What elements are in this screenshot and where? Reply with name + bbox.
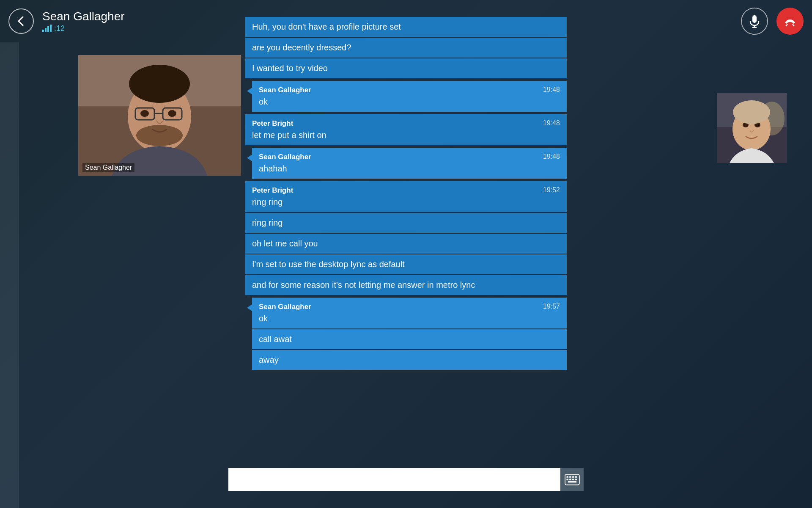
video-peter (717, 93, 787, 163)
end-call-button[interactable] (776, 8, 804, 35)
call-duration: :12 (54, 24, 65, 33)
message-text: ring ring (252, 218, 283, 227)
end-call-icon (783, 14, 797, 28)
contact-name: Sean Gallagher (42, 10, 741, 23)
msg-header: Peter Bright 19:48 (252, 119, 560, 128)
list-item: Peter Bright 19:52 ring ring (245, 181, 567, 212)
svg-rect-29 (572, 478, 574, 480)
list-item: Sean Gallagher 19:48 ok (252, 81, 567, 112)
svg-rect-23 (566, 476, 568, 478)
sender-name: Sean Gallagher (259, 303, 311, 311)
message-text: ok (259, 97, 268, 106)
sender-name: Peter Bright (252, 119, 293, 128)
message-text: are you decently dressed? (252, 43, 351, 52)
msg-header: Sean Gallagher 19:48 (259, 86, 560, 94)
list-item: and for some reason it's not letting me … (245, 275, 567, 295)
msg-header: Sean Gallagher 19:48 (259, 153, 560, 161)
svg-line-3 (786, 24, 787, 26)
contact-info: Sean Gallagher :12 (42, 10, 741, 33)
left-sidebar (0, 42, 19, 508)
msg-header: Sean Gallagher 19:57 (259, 303, 560, 311)
msg-group-sean-1948: Sean Gallagher 19:48 ok (245, 81, 567, 113)
message-text: I wanted to try video (252, 64, 328, 73)
msg-time: 19:48 (543, 119, 560, 128)
svg-rect-27 (566, 478, 568, 480)
list-item: Peter Bright 19:48 let me put a shirt on (245, 114, 567, 145)
sender-name: Sean Gallagher (259, 86, 311, 94)
msg-group-sean-ahahah: Sean Gallagher 19:48 ahahah (245, 148, 567, 179)
msg-group-sean-1957: Sean Gallagher 19:57 ok call awat away (245, 298, 567, 371)
keyboard-button[interactable] (560, 468, 584, 491)
list-item: oh let me call you (245, 234, 567, 254)
chat-area: Huh, you don't have a profile picture se… (245, 0, 567, 377)
input-area (228, 468, 584, 491)
message-text: call awat (259, 334, 292, 344)
list-item: Sean Gallagher 19:57 ok (252, 298, 567, 329)
chat-input[interactable] (228, 468, 560, 491)
svg-rect-0 (752, 15, 757, 23)
list-item: I'm set to use the desktop lync as defau… (245, 254, 567, 274)
svg-rect-31 (568, 481, 576, 482)
msg-header: Peter Bright 19:52 (252, 186, 560, 195)
message-text: ok (259, 314, 268, 323)
list-item: ring ring (245, 213, 567, 233)
message-text: I'm set to use the desktop lync as defau… (252, 260, 405, 269)
signal-bar-2 (45, 28, 47, 32)
signal-bar-3 (47, 26, 49, 32)
mic-icon (748, 14, 761, 28)
peter-video-image (717, 93, 787, 163)
message-text: away (259, 355, 279, 364)
keyboard-icon (565, 474, 580, 486)
svg-point-13 (136, 125, 183, 146)
list-item: away (252, 350, 567, 370)
sean-face-video (78, 55, 241, 176)
msg-time: 19:48 (543, 86, 560, 94)
header: Sean Gallagher :12 (0, 0, 812, 42)
svg-point-21 (733, 100, 770, 124)
signal-bars (42, 25, 52, 32)
header-controls (741, 8, 804, 35)
message-text: and for some reason it's not letting me … (252, 280, 475, 290)
msg-group-peter-1952: Peter Bright 19:52 ring ring ring ring o… (245, 181, 567, 296)
peter-face-video (717, 93, 787, 163)
msg-time: 19:52 (543, 186, 560, 195)
msg-group-peter-1948: Peter Bright 19:48 let me put a shirt on (245, 114, 567, 146)
svg-point-12 (168, 110, 176, 117)
list-item: call awat (252, 329, 567, 349)
svg-rect-25 (572, 476, 574, 478)
list-item: Sean Gallagher 19:48 ahahah (252, 148, 567, 179)
message-text: oh let me call you (252, 239, 318, 248)
sender-name: Sean Gallagher (259, 153, 311, 161)
message-text: ring ring (252, 197, 283, 207)
video-sean: Sean Gallagher (78, 55, 241, 176)
message-text: ahahah (259, 164, 287, 173)
sean-video-image (78, 55, 241, 176)
svg-point-11 (140, 110, 149, 117)
svg-rect-30 (575, 478, 577, 480)
message-text: let me put a shirt on (252, 130, 326, 140)
back-icon (15, 15, 27, 27)
svg-rect-28 (569, 478, 571, 480)
svg-rect-24 (569, 476, 571, 478)
svg-rect-26 (575, 476, 577, 478)
mic-button[interactable] (741, 8, 768, 35)
contact-status: :12 (42, 24, 741, 33)
sender-name: Peter Bright (252, 186, 293, 195)
video-sean-label: Sean Gallagher (82, 163, 134, 172)
back-button[interactable] (8, 8, 34, 34)
svg-line-4 (793, 24, 794, 26)
list-item: I wanted to try video (245, 58, 567, 78)
signal-bar-4 (50, 25, 52, 32)
msg-time: 19:48 (543, 153, 560, 161)
msg-time: 19:57 (543, 303, 560, 311)
svg-point-14 (129, 65, 190, 103)
signal-bar-1 (42, 30, 44, 32)
